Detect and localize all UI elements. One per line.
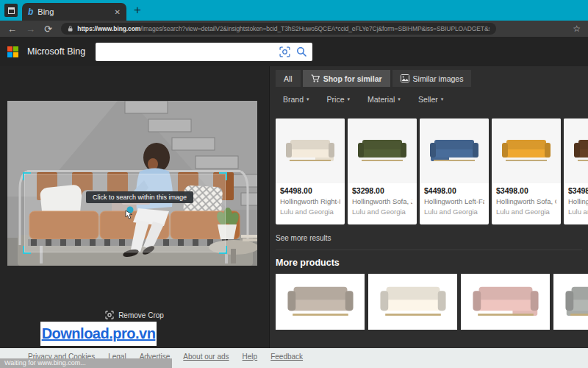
product-seller: Lulu and Georgia xyxy=(424,208,484,216)
more-products-row xyxy=(276,274,588,330)
results-pane: All Shop for similar Similar images xyxy=(270,66,588,348)
sofa-product-image xyxy=(380,285,445,319)
results-tabs: All Shop for similar Similar images xyxy=(276,70,588,87)
url-domain: https://www.bing.com xyxy=(77,25,140,32)
back-icon[interactable]: ← xyxy=(7,24,17,34)
watermark: Download.pro.vn xyxy=(40,322,157,346)
more-product-tile[interactable] xyxy=(461,274,550,330)
more-product-tile[interactable] xyxy=(276,274,365,330)
browser-toolbar: ← → ⟳ https://www.bing.com/images/search… xyxy=(0,21,588,37)
filter-price-label: Price xyxy=(327,95,345,104)
product-name: Hollingworth Sofa, ... xyxy=(568,197,588,205)
product-price: $3498.00 xyxy=(496,186,556,195)
more-products-title: More products xyxy=(276,258,588,268)
chevron-down-icon: ▾ xyxy=(398,96,401,102)
watermark-text: Download.pro.vn xyxy=(42,325,156,342)
tab-all-label: All xyxy=(284,74,293,83)
footer-link-feedback[interactable]: Feedback xyxy=(270,353,303,361)
filter-seller-label: Seller xyxy=(418,95,438,104)
sofa-product-image xyxy=(287,285,353,319)
crop-handle-top-left[interactable] xyxy=(23,172,31,180)
product-seller: Lulu and Georgia xyxy=(496,208,556,216)
url-text: https://www.bing.com/images/search?view=… xyxy=(77,25,490,32)
see-more-results-link[interactable]: See more results xyxy=(276,234,588,242)
sofa-product-image xyxy=(473,285,538,319)
crop-handle-bottom-left[interactable] xyxy=(23,246,31,254)
tab-shop-for-similar[interactable]: Shop for similar xyxy=(303,70,390,87)
window-icon xyxy=(8,7,15,14)
sofa-product-image xyxy=(286,138,334,163)
footer-link-about-ads[interactable]: About our ads xyxy=(183,353,229,361)
product-name: Hollingworth Sofa, Go... xyxy=(496,197,556,205)
tab-similar-label: Similar images xyxy=(413,74,464,83)
product-card[interactable]: $4498.00 Hollingworth Right-Fa... Lulu a… xyxy=(276,118,345,224)
product-name: Hollingworth Right-Fa... xyxy=(280,197,340,205)
filter-material[interactable]: Material ▾ xyxy=(368,95,401,104)
query-image[interactable]: Click to search within this image xyxy=(7,101,257,266)
product-card[interactable]: $3498.00 Hollingworth Sofa, ... Lulu and… xyxy=(564,118,588,224)
product-name: Hollingworth Sofa, Ja... xyxy=(352,197,412,205)
new-tab-button[interactable]: + xyxy=(134,4,141,16)
address-bar[interactable]: https://www.bing.com/images/search?view=… xyxy=(61,23,496,35)
forward-icon[interactable]: → xyxy=(26,24,35,34)
chevron-down-icon: ▾ xyxy=(347,96,350,102)
product-seller: Lulu and Georgia xyxy=(352,208,412,216)
chevron-down-icon: ▾ xyxy=(306,96,309,102)
browser-window: b Bing ✕ + ← → ⟳ https://www.bing.com/im… xyxy=(0,0,588,368)
crop-icon xyxy=(105,311,114,319)
filter-bar: Brand ▾ Price ▾ Material ▾ Seller ▾ xyxy=(283,95,588,104)
refresh-icon[interactable]: ⟳ xyxy=(44,24,52,34)
image-detail-pane: Click to search within this image xyxy=(0,66,270,348)
sofa-product-image xyxy=(565,285,588,319)
product-price: $4498.00 xyxy=(424,186,484,195)
product-card[interactable]: $4498.00 Hollingworth Left-Fac... Lulu a… xyxy=(420,118,489,224)
product-seller: Lulu and Georgia xyxy=(280,208,340,216)
tab-actions-button[interactable] xyxy=(4,4,18,17)
tab-close-icon[interactable]: ✕ xyxy=(115,8,121,16)
divider xyxy=(276,250,582,250)
search-input[interactable] xyxy=(101,47,273,56)
browser-status-text: Waiting for www.bing.com... xyxy=(0,358,172,368)
browser-tab-bing[interactable]: b Bing ✕ xyxy=(22,3,126,21)
tab-similar-images[interactable]: Similar images xyxy=(392,70,472,87)
hand-cursor-icon xyxy=(122,206,135,221)
product-name: Hollingworth Left-Fac... xyxy=(424,197,484,205)
sofa-product-image xyxy=(430,138,478,163)
filter-price[interactable]: Price ▾ xyxy=(327,95,350,104)
search-box[interactable] xyxy=(96,43,312,61)
product-price: $4498.00 xyxy=(280,186,340,195)
filter-seller[interactable]: Seller ▾ xyxy=(418,95,443,104)
crop-region[interactable]: Click to search within this image xyxy=(24,174,226,252)
product-price: $3498.00 xyxy=(568,186,588,195)
crop-handle-bottom-right[interactable] xyxy=(219,246,227,254)
bing-favicon-icon: b xyxy=(28,7,33,16)
crop-handle-top-right[interactable] xyxy=(219,172,227,180)
more-product-tile[interactable] xyxy=(368,274,457,330)
remove-crop-label: Remove Crop xyxy=(118,311,164,319)
filter-brand-label: Brand xyxy=(283,95,304,104)
remove-crop-button[interactable]: Remove Crop xyxy=(0,311,269,319)
tab-all[interactable]: All xyxy=(276,70,301,87)
search-icon[interactable] xyxy=(296,46,306,57)
microsoft-logo-icon[interactable] xyxy=(7,46,18,57)
crop-tooltip: Click to search within this image xyxy=(86,191,193,203)
chevron-down-icon: ▾ xyxy=(441,96,444,102)
more-product-tile[interactable] xyxy=(553,274,588,330)
tab-shop-label: Shop for similar xyxy=(323,74,382,83)
filter-brand[interactable]: Brand ▾ xyxy=(283,95,309,104)
product-card[interactable]: $3498.00 Hollingworth Sofa, Go... Lulu a… xyxy=(492,118,561,224)
product-card[interactable]: $3298.00 Hollingworth Sofa, Ja... Lulu a… xyxy=(348,118,417,224)
sofa-product-image xyxy=(358,138,406,163)
url-path: /images/search?view=detailV2&insightstok… xyxy=(140,25,490,32)
cart-icon xyxy=(311,74,320,82)
lock-icon xyxy=(68,25,73,32)
bing-logo-text[interactable]: Microsoft Bing xyxy=(27,46,85,57)
filter-material-label: Material xyxy=(368,95,395,104)
browser-titlebar: b Bing ✕ + xyxy=(0,0,588,21)
footer-link-help[interactable]: Help xyxy=(243,353,258,361)
sofa-product-image xyxy=(502,138,551,163)
favorite-star-icon[interactable]: ☆ xyxy=(573,24,581,34)
visual-search-icon[interactable] xyxy=(279,46,290,57)
product-price: $3298.00 xyxy=(352,186,412,195)
product-seller: Lulu and Georgia xyxy=(568,208,588,216)
